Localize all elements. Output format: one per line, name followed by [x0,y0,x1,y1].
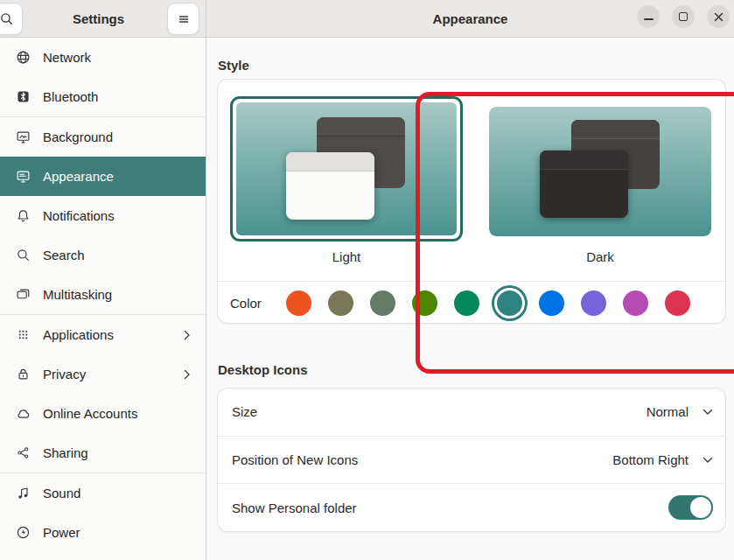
size-row: Size Normal [218,388,725,436]
desktop-icons-card: Size Normal Position of New Icons Bottom… [217,388,726,532]
style-section-title: Style [218,58,249,73]
sidebar-item-power[interactable]: Power [0,513,206,552]
toggle-knob [690,497,711,518]
sidebar-item-label: Network [43,50,91,65]
globe-icon [15,50,31,66]
sidebar-item-label: Search [43,248,85,262]
bell-icon [15,208,31,224]
position-label: Position of New Icons [232,452,358,467]
sidebar-item-label: Appearance [43,169,114,184]
sidebar-item-search[interactable]: Search [0,235,206,275]
style-card: Light Dark Color [217,79,726,324]
sidebar-item-label: Sharing [43,445,88,460]
header-bar: Settings Appearance [0,0,734,38]
sidebar-item-sound[interactable]: Sound [0,473,206,513]
personal-folder-row: Show Personal folder [218,483,725,531]
light-option-label: Light [230,249,463,264]
color-swatch-sage[interactable] [370,290,395,316]
size-dropdown[interactable]: Normal [647,404,713,419]
accent-color-swatches [286,282,690,325]
close-button[interactable] [707,5,730,28]
color-swatch-purple[interactable] [581,290,606,316]
main-menu-button[interactable] [167,3,199,35]
chevron-right-icon [184,369,191,380]
background-icon [15,130,31,145]
sidebar-item-sharing[interactable]: Sharing [0,433,206,472]
minimize-button[interactable] [637,5,660,28]
power-icon [15,525,31,541]
sidebar-item-label: Bluetooth [43,89,98,104]
music-note-icon [15,486,31,501]
position-dropdown[interactable]: Bottom Right [612,452,713,467]
preview-window-front [286,152,374,220]
sidebar-item-privacy[interactable]: Privacy [0,354,206,394]
dark-option-label: Dark [489,249,711,264]
sidebar-item-label: Power [43,525,80,540]
appearance-icon [15,169,31,185]
position-row: Position of New Icons Bottom Right [218,436,725,484]
preview-window-front [540,150,628,218]
multitasking-icon [15,287,31,303]
style-option-light[interactable] [230,96,463,242]
sidebar-item-network[interactable]: Network [0,38,206,77]
sidebar-item-appearance[interactable]: Appearance [0,157,206,196]
dark-preview [489,107,711,236]
lock-icon [15,367,31,382]
style-option-dark[interactable] [489,107,711,236]
sidebar-item-label: Multitasking [43,287,112,302]
sidebar-item-label: Online Accounts [43,406,137,421]
light-preview [236,102,457,235]
search-button[interactable] [0,3,23,35]
chevron-down-icon [703,409,713,416]
appearance-panel: Style Light Dark Color [206,38,734,560]
personal-folder-toggle[interactable] [668,495,713,520]
cloud-icon [15,406,31,422]
sidebar-item-background[interactable]: Background [0,117,206,157]
sidebar-item-label: Sound [43,486,80,500]
chevron-down-icon [703,457,713,464]
sidebar-item-notifications[interactable]: Notifications [0,196,206,235]
hamburger-menu-icon [176,11,192,27]
color-swatch-red[interactable] [665,290,690,316]
size-value: Normal [647,404,689,419]
color-row-label: Color [230,282,262,325]
close-icon [710,9,726,24]
color-swatch-bark[interactable] [328,290,353,316]
sidebar-item-label: Applications [43,327,114,342]
color-swatch-magenta[interactable] [623,290,648,316]
sidebar-item-label: Privacy [43,367,86,382]
sidebar-item-applications[interactable]: Applications [0,315,206,354]
position-value: Bottom Right [612,452,689,467]
color-swatch-orange[interactable] [286,290,311,316]
minimize-icon [644,18,654,20]
sidebar-header: Settings [0,0,206,38]
sidebar-item-bluetooth[interactable]: Bluetooth [0,77,206,116]
share-icon [15,445,31,461]
app-title: Settings [26,0,171,38]
sidebar-item-multitasking[interactable]: Multitasking [0,275,206,314]
sidebar-item-label: Notifications [43,208,115,223]
sidebar-item-online-accounts[interactable]: Online Accounts [0,394,206,433]
color-swatch-viridian[interactable] [454,290,479,316]
size-label: Size [232,404,257,419]
sidebar: Network Bluetooth Background Appearance [0,38,206,560]
personal-folder-label: Show Personal folder [232,500,357,515]
color-swatch-prussian-green[interactable] [497,290,522,316]
maximize-icon [679,12,688,21]
chevron-right-icon [184,330,191,340]
search-icon [0,11,15,27]
search-icon [15,248,31,263]
color-swatch-olive[interactable] [412,290,437,316]
sidebar-item-label: Background [43,130,113,144]
bluetooth-icon [15,89,31,105]
maximize-button[interactable] [672,5,695,28]
settings-window: Settings Appearance Network [0,0,734,560]
color-swatch-blue[interactable] [539,290,564,316]
apps-grid-icon [15,327,31,343]
desktop-icons-section-title: Desktop Icons [218,362,308,377]
